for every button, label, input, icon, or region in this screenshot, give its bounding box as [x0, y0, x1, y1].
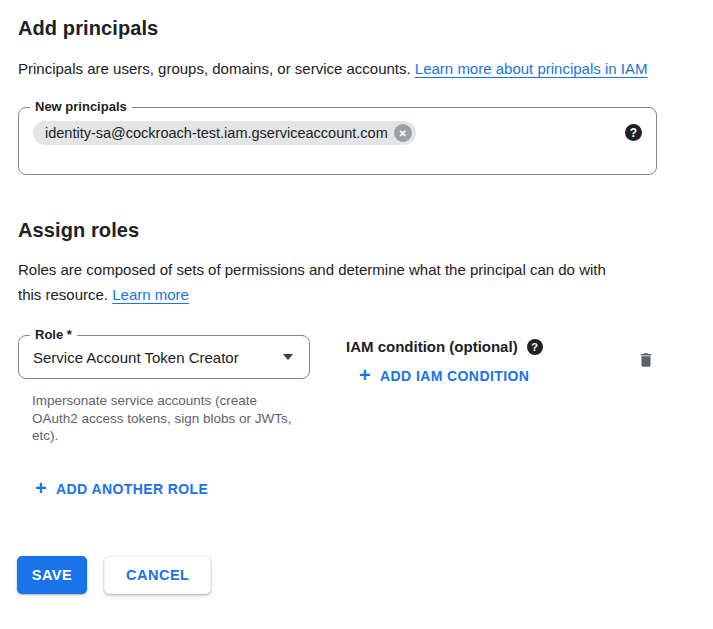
add-principals-panel: Add principals Principals are users, gro… [0, 0, 713, 594]
role-description: Impersonate service accounts (create OAu… [32, 392, 304, 445]
iam-condition-help-icon[interactable]: ? [527, 339, 543, 355]
iam-condition-label: IAM condition (optional) [346, 338, 518, 355]
principals-help-icon[interactable]: ? [625, 124, 642, 141]
add-another-role-label: ADD ANOTHER ROLE [56, 481, 208, 497]
action-button-row: SAVE CANCEL [17, 556, 695, 594]
delete-column [635, 335, 657, 375]
plus-icon: + [359, 368, 371, 382]
learn-more-principals-link[interactable]: Learn more about principals in IAM [415, 60, 648, 77]
trash-icon [637, 358, 655, 373]
role-select-label: Role * [30, 327, 77, 343]
learn-more-roles-link[interactable]: Learn more [112, 286, 189, 303]
intro-paragraph: Principals are users, groups, domains, o… [18, 56, 669, 81]
iam-condition-column: IAM condition (optional) ? + ADD IAM CON… [346, 335, 543, 387]
intro-text: Principals are users, groups, domains, o… [18, 60, 415, 77]
new-principals-field[interactable]: New principals identity-sa@cockroach-tes… [18, 107, 657, 175]
cancel-button[interactable]: CANCEL [104, 556, 211, 594]
dropdown-arrow-icon [283, 354, 293, 360]
principal-chip-label: identity-sa@cockroach-test.iam.gservicea… [45, 125, 388, 141]
chip-remove-icon[interactable]: ✕ [394, 124, 412, 142]
role-column: Role * Service Account Token Creator Imp… [18, 335, 310, 445]
add-iam-condition-button[interactable]: + ADD IAM CONDITION [359, 368, 529, 384]
assign-roles-title: Assign roles [18, 219, 695, 242]
page-title: Add principals [18, 17, 695, 40]
plus-icon: + [35, 481, 47, 495]
role-row: Role * Service Account Token Creator Imp… [18, 335, 657, 445]
role-select-value: Service Account Token Creator [33, 349, 239, 366]
new-principals-label: New principals [30, 99, 132, 115]
add-another-role-button[interactable]: + ADD ANOTHER ROLE [35, 481, 208, 497]
roles-description: Roles are composed of sets of permission… [18, 261, 606, 303]
save-button[interactable]: SAVE [17, 556, 87, 594]
delete-role-button[interactable] [635, 348, 657, 375]
roles-paragraph: Roles are composed of sets of permission… [18, 257, 610, 307]
principal-chip: identity-sa@cockroach-test.iam.gservicea… [33, 121, 416, 145]
add-iam-condition-label: ADD IAM CONDITION [380, 368, 529, 384]
role-select[interactable]: Role * Service Account Token Creator [18, 335, 310, 379]
iam-condition-label-row: IAM condition (optional) ? [346, 338, 543, 355]
